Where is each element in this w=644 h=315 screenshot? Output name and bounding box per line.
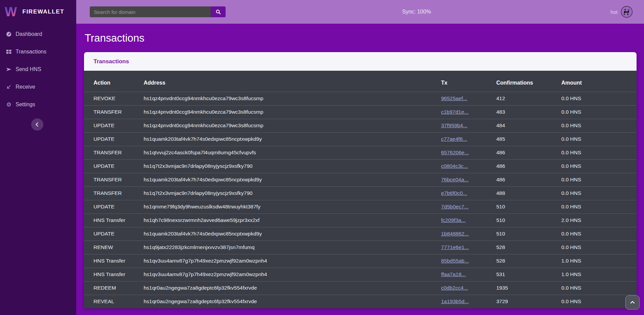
table-row: TRANSFER hs1quamk203taf4vk7h74s0edxpwc85… xyxy=(84,173,637,186)
confirmations-cell: 484 xyxy=(496,119,561,132)
confirmations-cell: 488 xyxy=(496,186,561,200)
confirmations-cell: 3729 xyxy=(496,295,561,308)
action-cell: REVOKE xyxy=(84,92,144,105)
sidebar-item-label: Settings xyxy=(16,102,35,108)
column-header-tx: Tx xyxy=(441,71,496,92)
table-row: UPDATE hs1quamk203taf4vk7h74s0edxpwc85nc… xyxy=(84,132,637,146)
tx-cell: 1a193b5d... xyxy=(441,295,496,308)
firewallet-w-logo-icon: W xyxy=(5,5,19,19)
search-button[interactable] xyxy=(211,6,226,17)
tx-cell: 76bce04a... xyxy=(441,173,496,186)
transactions-grid-icon xyxy=(6,49,12,55)
card-title: Transactions xyxy=(94,58,129,65)
tx-cell: c0804c3c... xyxy=(441,159,496,173)
table-row: TRANSFER hs1q7t2x3vmjac9n7drlapy08nyjysc… xyxy=(84,186,637,200)
action-cell: HNS Transfer xyxy=(84,254,144,268)
table-row: HNS Transfer hs1qv3uu4amv87g7p7h49xez2pm… xyxy=(84,254,637,268)
tx-cell: c0db2cc4... xyxy=(441,281,496,295)
confirmations-cell: 510 xyxy=(496,213,561,227)
scroll-to-top-button[interactable] xyxy=(625,295,640,310)
wallet-indicator[interactable]: hot H xyxy=(610,0,633,24)
tx-link[interactable]: 1b848862... xyxy=(441,231,469,237)
amount-cell: 0.0 HNS xyxy=(561,227,637,241)
tx-link[interactable]: c1b97d1e... xyxy=(441,109,469,115)
address-cell: hs1qh7c98nexsrzwrmnh2avved6awe59jzpr3xx2… xyxy=(144,213,441,227)
tx-link[interactable]: ffaa7a18... xyxy=(441,271,466,277)
table-row: UPDATE hs1q7t2x3vmjac9n7drlapy08nyjyscjz… xyxy=(84,159,637,173)
address-cell: hs1qv3uu4amv87g7p7h49xez2pmzwjf92am0wzpn… xyxy=(144,254,441,268)
amount-cell: 0.0 HNS xyxy=(561,200,637,213)
address-cell: hs1qr0au2ngegwa7za8gdeptc6fp32fkv554fxrv… xyxy=(144,295,441,308)
sidebar-item-send-hns[interactable]: Send HNS xyxy=(0,61,76,78)
column-header-confirmations: Confirmations xyxy=(496,71,561,92)
tx-link[interactable]: 76bce04a... xyxy=(441,177,469,182)
amount-cell: 0.0 HNS xyxy=(561,132,637,146)
action-cell: REVEAL xyxy=(84,295,144,308)
sidebar-item-settings[interactable]: ⚙ Settings xyxy=(0,96,76,113)
confirmations-cell: 510 xyxy=(496,227,561,241)
settings-gear-icon: ⚙ xyxy=(6,101,12,108)
tx-link[interactable]: e7b6f0c0... xyxy=(441,190,467,196)
tx-cell: 7d5b0ec7... xyxy=(441,200,496,213)
sidebar-collapse-button[interactable] xyxy=(31,118,43,131)
confirmations-cell: 510 xyxy=(496,200,561,213)
tx-cell: c77ae4f6... xyxy=(441,132,496,146)
amount-cell: 0.0 HNS xyxy=(561,173,637,186)
confirmations-cell: 483 xyxy=(496,105,561,119)
tx-cell: 7771e6e1... xyxy=(441,241,496,254)
page-title: Transactions xyxy=(85,31,637,45)
table-row: UPDATE hs1quamk203taf4vk7h74s0edxpwc85nc… xyxy=(84,227,637,241)
amount-cell: 0.0 HNS xyxy=(561,241,637,254)
tx-link[interactable]: 7d5b0ec7... xyxy=(441,204,469,209)
confirmations-cell: 486 xyxy=(496,159,561,173)
sidebar-item-receive[interactable]: Receive xyxy=(0,78,76,96)
action-cell: REDEEM xyxy=(84,281,144,295)
amount-cell: 0.0 HNS xyxy=(561,146,637,159)
tx-link[interactable]: fc209f3a... xyxy=(441,217,465,223)
table-row: HNS Transfer hs1qv3uu4amv87g7p7h49xez2pm… xyxy=(84,268,637,281)
confirmations-cell: 486 xyxy=(496,146,561,159)
table-row: HNS Transfer hs1qh7c98nexsrzwrmnh2avved6… xyxy=(84,213,637,227)
tx-link[interactable]: 6576206e... xyxy=(441,150,469,155)
send-plane-icon xyxy=(6,66,12,72)
tx-link[interactable]: 85bd55ab... xyxy=(441,258,469,264)
tx-cell: 6576206e... xyxy=(441,146,496,159)
column-header-amount: Amount xyxy=(561,71,637,92)
sidebar-item-transactions[interactable]: Transactions xyxy=(0,43,76,61)
transactions-card: Transactions Action Address Tx Confirmat… xyxy=(84,52,637,308)
action-cell: UPDATE xyxy=(84,132,144,146)
search-icon xyxy=(215,9,221,15)
tx-link[interactable]: 37f959b4... xyxy=(441,122,468,128)
sidebar-nav: Dashboard Transactions Send HNS xyxy=(0,25,76,113)
tx-link[interactable]: c77ae4f6... xyxy=(441,136,467,142)
amount-cell: 1.0 HNS xyxy=(561,268,637,281)
wallet-name: hot xyxy=(610,9,618,15)
dashboard-gauge-icon xyxy=(6,31,12,37)
address-cell: hs1quamk203taf4vk7h74s0edxpwc85ncptxwpkd… xyxy=(144,227,441,241)
tx-link[interactable]: c0804c3c... xyxy=(441,163,468,169)
confirmations-cell: 485 xyxy=(496,132,561,146)
sidebar-item-dashboard[interactable]: Dashboard xyxy=(0,25,76,43)
tx-link[interactable]: c0db2cc4... xyxy=(441,285,468,291)
address-cell: hs1qr0au2ngegwa7za8gdeptc6fp32fkv554fxrv… xyxy=(144,281,441,295)
handshake-hns-logo-icon: H xyxy=(621,6,633,18)
confirmations-cell: 1935 xyxy=(496,281,561,295)
tx-link[interactable]: 7771e6e1... xyxy=(441,244,469,250)
amount-cell: 2.0 HNS xyxy=(561,213,637,227)
action-cell: UPDATE xyxy=(84,159,144,173)
action-cell: UPDATE xyxy=(84,119,144,132)
chevron-up-icon xyxy=(629,299,636,306)
search-input[interactable] xyxy=(90,6,211,17)
address-cell: hs1qtvvuj2zc4asck0fspa7l4uqm8umg45cfvupv… xyxy=(144,146,441,159)
action-cell: HNS Transfer xyxy=(84,213,144,227)
brand-name: FIREWALLET xyxy=(22,8,64,15)
tx-link[interactable]: 1a193b5d... xyxy=(441,298,469,304)
sidebar-item-label: Send HNS xyxy=(16,66,41,72)
confirmations-cell: 531 xyxy=(496,268,561,281)
tx-link[interactable]: 96525aef... xyxy=(441,95,468,101)
main-content: Transactions Transactions Action Address… xyxy=(76,24,644,315)
confirmations-cell: 412 xyxy=(496,92,561,105)
action-cell: RENEW xyxy=(84,241,144,254)
action-cell: TRANSFER xyxy=(84,105,144,119)
table-row: REVOKE hs1qz4pnvdnt0ccg94nmkhcu0ezca79wc… xyxy=(84,92,637,105)
